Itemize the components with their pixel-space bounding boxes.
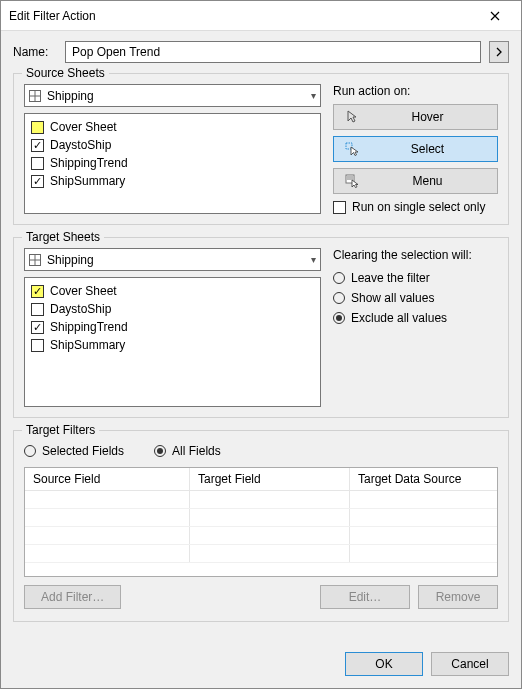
name-label: Name: xyxy=(13,45,57,59)
filters-legend: Target Filters xyxy=(22,423,99,437)
dialog-edit-filter-action: Edit Filter Action Name: Source Sheets xyxy=(0,0,522,689)
dialog-title: Edit Filter Action xyxy=(9,9,477,23)
edit-filter-button[interactable]: Edit… xyxy=(320,585,410,609)
run-select-label: Select xyxy=(368,142,487,156)
clear-label: Clearing the selection will: xyxy=(333,248,498,262)
cursor-icon xyxy=(344,110,360,124)
source-dashboard-text: Shipping xyxy=(47,89,311,103)
radio-icon xyxy=(333,312,345,324)
run-hover-button[interactable]: Hover xyxy=(333,104,498,130)
table-row[interactable] xyxy=(25,545,497,563)
remove-filter-button[interactable]: Remove xyxy=(418,585,498,609)
clear-exclude-option[interactable]: Exclude all values xyxy=(333,308,498,328)
chevron-down-icon: ▾ xyxy=(311,254,316,265)
filters-table: Source Field Target Field Target Data So… xyxy=(24,467,498,577)
source-sheets-list[interactable]: Cover Sheet DaystoShip ShippingTrend Shi… xyxy=(24,113,321,214)
run-hover-label: Hover xyxy=(368,110,487,124)
radio-icon xyxy=(333,272,345,284)
table-row[interactable] xyxy=(25,491,497,509)
checkbox-icon[interactable] xyxy=(31,303,44,316)
target-dashboard-combo[interactable]: Shipping ▾ xyxy=(24,248,321,271)
list-item-label: DaystoShip xyxy=(50,302,111,316)
chevron-down-icon: ▾ xyxy=(311,90,316,101)
list-item-label: Cover Sheet xyxy=(50,120,117,134)
checkbox-icon[interactable] xyxy=(31,157,44,170)
cancel-button[interactable]: Cancel xyxy=(431,652,509,676)
checkbox-icon[interactable] xyxy=(31,285,44,298)
list-item[interactable]: DaystoShip xyxy=(31,136,314,154)
titlebar: Edit Filter Action xyxy=(1,1,521,31)
radio-icon xyxy=(24,445,36,457)
table-header: Source Field Target Field Target Data So… xyxy=(25,468,497,491)
checkbox-icon[interactable] xyxy=(31,139,44,152)
fields-selected-option[interactable]: Selected Fields xyxy=(24,441,124,461)
list-item[interactable]: ShippingTrend xyxy=(31,154,314,172)
checkbox-icon[interactable] xyxy=(31,175,44,188)
chevron-right-icon xyxy=(496,47,502,57)
source-legend: Source Sheets xyxy=(22,66,109,80)
dashboard-icon xyxy=(29,254,43,266)
run-select-button[interactable]: Select xyxy=(333,136,498,162)
run-single-label: Run on single select only xyxy=(352,200,485,214)
target-sheets-group: Target Sheets Shipping ▾ Cover Sheet Day… xyxy=(13,237,509,418)
checkbox-icon[interactable] xyxy=(31,321,44,334)
dialog-footer: OK Cancel xyxy=(1,644,521,688)
list-item-label: Cover Sheet xyxy=(50,284,117,298)
dialog-content: Name: Source Sheets Shipping ▾ xyxy=(1,31,521,644)
list-item-label: DaystoShip xyxy=(50,138,111,152)
name-insert-button[interactable] xyxy=(489,41,509,63)
list-item-label: ShippingTrend xyxy=(50,156,128,170)
list-item[interactable]: Cover Sheet xyxy=(31,118,314,136)
fields-all-label: All Fields xyxy=(172,444,221,458)
menu-icon xyxy=(344,174,360,188)
run-menu-label: Menu xyxy=(368,174,487,188)
close-button[interactable] xyxy=(477,2,513,30)
close-icon xyxy=(490,11,500,21)
list-item-label: ShipSummary xyxy=(50,338,125,352)
target-filters-group: Target Filters Selected Fields All Field… xyxy=(13,430,509,622)
col-source-field[interactable]: Source Field xyxy=(25,468,190,490)
radio-icon xyxy=(333,292,345,304)
list-item[interactable]: ShippingTrend xyxy=(31,318,314,336)
target-sheets-list[interactable]: Cover Sheet DaystoShip ShippingTrend Shi… xyxy=(24,277,321,407)
list-item[interactable]: Cover Sheet xyxy=(31,282,314,300)
clear-leave-label: Leave the filter xyxy=(351,271,430,285)
checkbox-icon[interactable] xyxy=(333,201,346,214)
run-action-label: Run action on: xyxy=(333,84,498,98)
col-target-ds[interactable]: Target Data Source xyxy=(350,468,497,490)
clear-show-label: Show all values xyxy=(351,291,434,305)
list-item-label: ShipSummary xyxy=(50,174,125,188)
table-row[interactable] xyxy=(25,527,497,545)
target-dashboard-text: Shipping xyxy=(47,253,311,267)
list-item[interactable]: ShipSummary xyxy=(31,336,314,354)
fields-selected-label: Selected Fields xyxy=(42,444,124,458)
name-row: Name: xyxy=(13,41,509,63)
run-menu-button[interactable]: Menu xyxy=(333,168,498,194)
name-input[interactable] xyxy=(65,41,481,63)
fields-all-option[interactable]: All Fields xyxy=(154,441,221,461)
ok-button[interactable]: OK xyxy=(345,652,423,676)
table-row[interactable] xyxy=(25,509,497,527)
checkbox-icon[interactable] xyxy=(31,339,44,352)
clear-exclude-label: Exclude all values xyxy=(351,311,447,325)
run-single-row[interactable]: Run on single select only xyxy=(333,200,498,214)
list-item[interactable]: ShipSummary xyxy=(31,172,314,190)
radio-icon xyxy=(154,445,166,457)
target-legend: Target Sheets xyxy=(22,230,104,244)
dashboard-icon xyxy=(29,90,43,102)
table-body[interactable] xyxy=(25,491,497,576)
list-item-label: ShippingTrend xyxy=(50,320,128,334)
list-item[interactable]: DaystoShip xyxy=(31,300,314,318)
col-target-field[interactable]: Target Field xyxy=(190,468,350,490)
source-dashboard-combo[interactable]: Shipping ▾ xyxy=(24,84,321,107)
checkbox-icon[interactable] xyxy=(31,121,44,134)
clear-leave-option[interactable]: Leave the filter xyxy=(333,268,498,288)
add-filter-button[interactable]: Add Filter… xyxy=(24,585,121,609)
clear-show-option[interactable]: Show all values xyxy=(333,288,498,308)
select-icon xyxy=(344,142,360,156)
source-sheets-group: Source Sheets Shipping ▾ Cover Sheet Day… xyxy=(13,73,509,225)
